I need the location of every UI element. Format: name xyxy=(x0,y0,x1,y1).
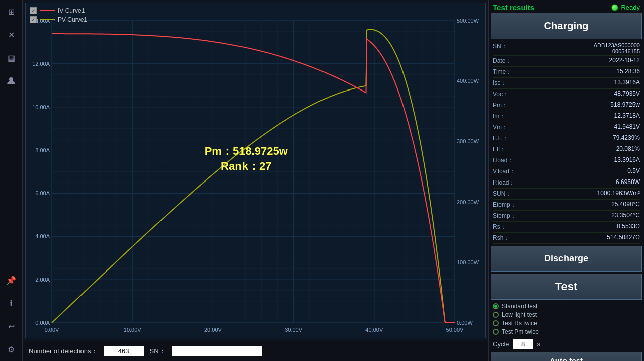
sn-label: SN： xyxy=(150,347,166,356)
stemp-label: Stemp： xyxy=(493,212,528,220)
data-table: SN： ADB123AS000000000546155 Date： 2022-1… xyxy=(489,40,644,245)
isc-value: 13.3916A xyxy=(614,79,640,87)
right-panel: Test results Ready Charging SN： ADB123AS… xyxy=(488,0,644,361)
data-row-sun: SUN： 1000.1963W/m² xyxy=(493,189,640,200)
eff-value: 20.081% xyxy=(616,145,640,154)
legend-iv-checkbox[interactable]: ✓ xyxy=(30,7,37,14)
radio-rs-label: Test Rs twice xyxy=(502,320,537,327)
voc-label: Voc： xyxy=(493,90,528,99)
vm-label: Vm： xyxy=(493,123,528,132)
cycle-unit: s xyxy=(537,340,541,348)
legend-pv: ✓ PV Curve1 xyxy=(30,16,87,23)
vm-value: 41.9481V xyxy=(614,123,640,132)
grid-icon[interactable]: ⊞ xyxy=(4,4,19,19)
im-value: 12.3718A xyxy=(614,112,640,121)
data-row-pm: Pm： 518.9725w xyxy=(493,100,640,111)
rs-label: Rs： xyxy=(493,223,528,231)
radio-rs-twice[interactable]: Test Rs twice xyxy=(493,320,640,327)
sidebar: ⊞ ✕ ▦ 📌 ℹ ↩ ⚙ xyxy=(0,0,23,361)
status-text: Ready xyxy=(621,4,640,11)
chart-canvas xyxy=(26,3,485,338)
bottom-bar: Number of detections： SN： xyxy=(23,341,488,361)
im-label: Im： xyxy=(493,112,528,121)
data-row-rsh: Rsh： 514.50827Ω xyxy=(493,233,640,244)
stemp-value: 23.3504°C xyxy=(611,212,640,220)
voc-value: 48.7935V xyxy=(614,90,640,99)
data-row-im: Im： 12.3718A xyxy=(493,111,640,122)
svg-point-0 xyxy=(9,77,13,81)
settings-icon[interactable]: ⚙ xyxy=(4,342,19,357)
legend-iv-line xyxy=(40,10,55,11)
time-value: 15:28:36 xyxy=(616,68,640,76)
sn-value: ADB123AS000000000546155 xyxy=(594,42,640,54)
radio-standard-label: Standard test xyxy=(502,303,537,310)
radio-rs-circle xyxy=(493,320,499,326)
legend-pv-label: PV Curve1 xyxy=(58,16,87,23)
chart-icon[interactable]: ▦ xyxy=(4,50,19,65)
cycle-input[interactable] xyxy=(513,339,533,349)
sn-input[interactable] xyxy=(172,346,262,356)
radio-standard-circle xyxy=(493,303,499,309)
radio-lowlight-label: Low light test xyxy=(502,311,537,318)
detections-input[interactable] xyxy=(104,346,144,356)
pin-icon[interactable]: 📌 xyxy=(4,273,19,288)
radio-options: Standard test Low light test Test Rs twi… xyxy=(489,301,644,337)
data-row-pload: P.load： 6.6958W xyxy=(493,177,640,189)
sun-value: 1000.1963W/m² xyxy=(597,190,640,198)
chart-container: ✓ IV Curve1 ✓ PV Curve1 Pm：518.9725w Ran… xyxy=(25,3,486,338)
time-label: Time： xyxy=(493,68,528,76)
radio-pm-label: Test Pm twice xyxy=(502,328,539,335)
data-row-vm: Vm： 41.9481V xyxy=(493,122,640,133)
auto-test-button[interactable]: Auto test xyxy=(491,352,642,361)
vload-label: V.load： xyxy=(493,167,528,176)
discharge-button[interactable]: Discharge xyxy=(491,246,642,272)
data-row-ff: F.F.： 79.4239% xyxy=(493,133,640,144)
sn-label-field: SN： xyxy=(493,42,528,54)
cycle-row: Cycle s xyxy=(489,337,644,351)
status-row: Ready xyxy=(611,4,640,11)
pload-value: 6.6958W xyxy=(616,178,640,187)
radio-standard[interactable]: Standard test xyxy=(493,303,640,310)
legend-pv-checkbox[interactable]: ✓ xyxy=(30,16,37,23)
iload-label: I.load： xyxy=(493,156,528,165)
legend-iv-label: IV Curve1 xyxy=(58,7,85,14)
chart-section: ✓ IV Curve1 ✓ PV Curve1 Pm：518.9725w Ran… xyxy=(23,0,488,361)
status-led xyxy=(611,4,618,11)
data-row-iload: I.load： 13.3916A xyxy=(493,155,640,166)
detections-label: Number of detections： xyxy=(29,347,98,356)
data-row-time: Time： 15:28:36 xyxy=(493,67,640,78)
sun-label: SUN： xyxy=(493,190,528,198)
test-results-header: Test results xyxy=(493,3,534,12)
date-label: Date： xyxy=(493,57,528,65)
legend-iv: ✓ IV Curve1 xyxy=(30,7,87,14)
test-button[interactable]: Test xyxy=(491,274,642,300)
ff-label: F.F.： xyxy=(493,134,528,143)
data-row-date: Date： 2022-10-12 xyxy=(493,56,640,67)
data-row-etemp: Etemp： 25.4098°C xyxy=(493,200,640,211)
charging-button[interactable]: Charging xyxy=(491,13,642,39)
date-value: 2022-10-12 xyxy=(609,57,640,65)
back-icon[interactable]: ↩ xyxy=(4,319,19,334)
eff-label: Eff： xyxy=(493,145,528,154)
etemp-value: 25.4098°C xyxy=(611,201,640,209)
cycle-label: Cycle xyxy=(493,340,509,348)
data-row-isc: Isc： 13.3916A xyxy=(493,78,640,89)
ff-value: 79.4239% xyxy=(613,134,640,143)
data-row-sn: SN： ADB123AS000000000546155 xyxy=(493,41,640,56)
info-icon[interactable]: ℹ xyxy=(4,296,19,311)
vload-value: 0.5V xyxy=(627,167,640,176)
radio-pm-twice[interactable]: Test Pm twice xyxy=(493,328,640,335)
main-layout: ⊞ ✕ ▦ 📌 ℹ ↩ ⚙ ✓ IV Curve1 ✓ xyxy=(0,0,644,361)
chart-legend: ✓ IV Curve1 ✓ PV Curve1 xyxy=(30,7,87,23)
rsh-label: Rsh： xyxy=(493,234,528,242)
iload-value: 13.3916A xyxy=(614,156,640,165)
data-row-voc: Voc： 48.7935V xyxy=(493,89,640,100)
etemp-label: Etemp： xyxy=(493,201,528,209)
data-row-stemp: Stemp： 23.3504°C xyxy=(493,211,640,222)
isc-label: Isc： xyxy=(493,79,528,87)
close-icon[interactable]: ✕ xyxy=(4,27,19,42)
user-icon[interactable] xyxy=(4,73,19,88)
data-row-rs: Rs： 0.5533Ω xyxy=(493,222,640,233)
pm-value: 518.9725w xyxy=(610,101,640,110)
radio-lowlight[interactable]: Low light test xyxy=(493,311,640,318)
